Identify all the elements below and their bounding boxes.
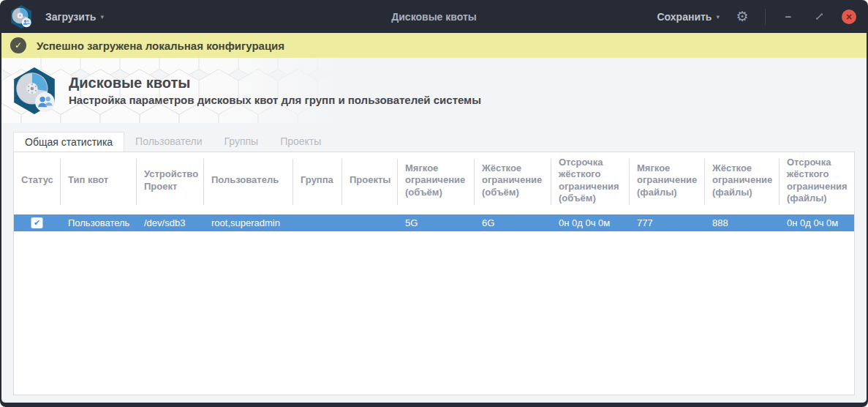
chevron-down-icon: ▾ [716,12,720,20]
column-header: Статус [14,152,61,209]
app-window: Дисковые квоты Загрузить ▾ Сохранить [0,0,868,407]
column-header: Устройство Проект [137,152,204,209]
restore-button[interactable] [811,9,827,25]
app-icon [9,4,34,29]
column-header: Тип квот [61,152,137,209]
column-header: Проекты [342,152,398,209]
quota-table: СтатусТип квотУстройство ПроектПользоват… [13,152,855,395]
chevron-down-icon: ▾ [100,12,104,20]
tab-bar: Общая статистикаПользователиГруппыПроект… [13,132,855,152]
save-menu-button[interactable]: Сохранить ▾ [657,11,720,23]
settings-button[interactable]: ⚙ [734,9,750,25]
table-header-row: СтатусТип квотУстройство ПроектПользоват… [14,152,854,209]
tab-item[interactable]: Пользователи [124,132,213,152]
close-icon: × [846,11,852,23]
minimize-icon: − [785,10,792,23]
close-button[interactable]: × [842,10,856,24]
table-cell: 777 [630,217,705,228]
tab-item[interactable]: Общая статистика [13,132,124,152]
column-header: Отсрочка жёсткого ограничения (файлы) [780,152,854,209]
page-title: Дисковые квоты [69,75,481,92]
table-cell: 6G [475,217,551,228]
gear-icon: ⚙ [736,10,748,23]
table-row[interactable]: ✔Пользователь/dev/sdb3root,superadmin5G6… [14,214,854,231]
table-cell: 0н 0д 0ч 0м [551,217,630,228]
load-menu-label: Загрузить [45,11,96,23]
main-content: Общая статистикаПользователиГруппыПроект… [1,123,867,403]
table-body: ✔Пользователь/dev/sdb3root,superadmin5G6… [14,209,854,395]
row-checkbox[interactable]: ✔ [31,217,42,228]
minimize-button[interactable]: − [780,9,796,25]
titlebar-divider [765,9,766,25]
column-header: Отсрочка жёсткого ограничения (объём) [551,152,630,209]
table-cell: 5G [398,217,475,228]
save-menu-label: Сохранить [657,11,712,23]
table-cell: root,superadmin [204,217,293,228]
restore-icon [815,12,824,21]
tab-item[interactable]: Проекты [269,132,332,152]
column-header: Мягкое ограничение (объём) [398,152,475,209]
column-header: Группа [293,152,342,209]
notification-bar: ✓ Успешно загружена локальная конфигурац… [1,33,867,58]
status-cell: ✔ [14,217,61,228]
page-subtitle: Настройка параметров дисковых квот для г… [69,94,481,106]
table-cell: Пользователь [61,217,137,228]
notification-text: Успешно загружена локальная конфигурация [37,40,284,52]
column-header: Жёсткое ограничение (объём) [475,152,551,209]
load-menu-button[interactable]: Загрузить ▾ [45,11,104,23]
column-header: Жёсткое ограничение (файлы) [705,152,780,209]
table-cell: /dev/sdb3 [137,217,204,228]
table-cell: 0н 0д 0ч 0м [780,217,854,228]
app-header: Дисковые квоты Настройка параметров диск… [1,58,867,123]
check-icon: ✔ [34,219,40,227]
app-logo [10,66,59,116]
titlebar: Дисковые квоты Загрузить ▾ Сохранить [1,0,867,33]
table-cell: 888 [705,217,780,228]
success-check-icon: ✓ [10,37,26,53]
column-header: Мягкое ограничение (файлы) [630,152,705,209]
column-header: Пользователь [204,152,293,209]
tab-item[interactable]: Группы [214,132,270,152]
